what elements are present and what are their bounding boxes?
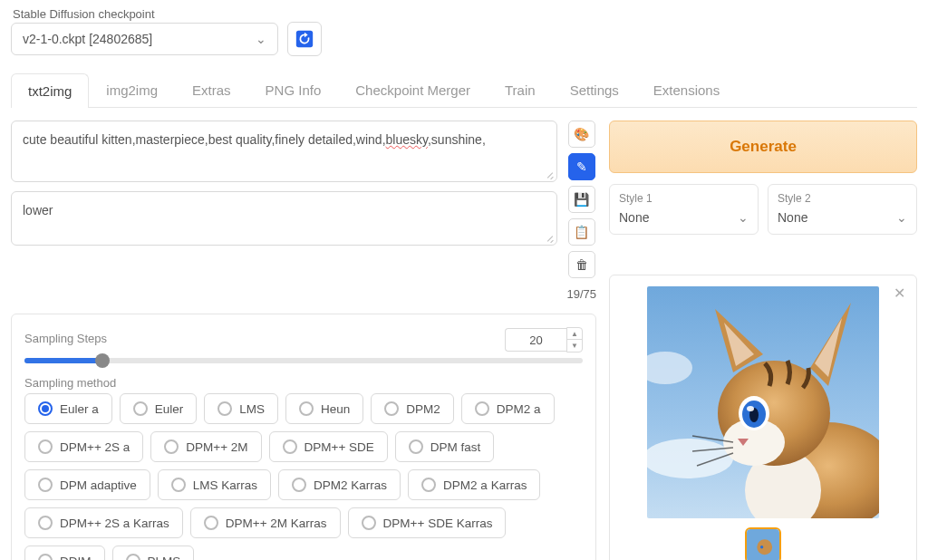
sampler-dpm-sde[interactable]: DPM++ SDE xyxy=(269,431,388,462)
trash-button[interactable]: 🗑 xyxy=(568,251,595,278)
refresh-checkpoint-button[interactable] xyxy=(287,22,322,56)
token-count: 19/75 xyxy=(566,287,596,301)
palette-icon: 🎨 xyxy=(574,127,589,141)
chevron-down-icon: ⌄ xyxy=(896,210,907,225)
radio-circle-icon xyxy=(204,516,218,530)
sampler-dpm-adaptive[interactable]: DPM adaptive xyxy=(24,469,150,500)
generate-button[interactable]: Generate xyxy=(609,121,917,173)
sampler-dpm2-karras[interactable]: DPM2 Karras xyxy=(278,469,401,500)
sampler-dpm2[interactable]: DPM2 xyxy=(371,393,454,424)
sampling-steps-number[interactable]: ▲▼ xyxy=(505,327,583,352)
radio-circle-icon xyxy=(283,439,297,454)
sampler-lms-karras[interactable]: LMS Karras xyxy=(158,469,271,500)
chevron-down-icon: ⌄ xyxy=(256,32,266,46)
sampler-dpm-2m[interactable]: DPM++ 2M xyxy=(150,431,261,462)
radio-circle-icon xyxy=(299,401,314,416)
checkpoint-value: v2-1-0.ckpt [24802685] xyxy=(23,32,152,46)
resize-handle-icon[interactable] xyxy=(544,169,555,179)
radio-circle-icon xyxy=(38,554,53,560)
step-down-icon[interactable]: ▼ xyxy=(567,340,582,352)
svg-point-11 xyxy=(747,406,754,411)
radio-circle-icon xyxy=(38,439,53,454)
radio-circle-icon xyxy=(126,554,140,560)
tab-settings[interactable]: Settings xyxy=(553,72,636,107)
sampler-dpm2-a-karras[interactable]: DPM2 a Karras xyxy=(408,469,540,500)
sampler-euler-a[interactable]: Euler a xyxy=(24,393,112,424)
tab-png-info[interactable]: PNG Info xyxy=(248,72,339,107)
output-image[interactable] xyxy=(647,286,879,518)
sampling-method-label: Sampling method xyxy=(24,376,583,390)
main-tabs: txt2imgimg2imgExtrasPNG InfoCheckpoint M… xyxy=(11,72,917,108)
save-button[interactable]: 💾 xyxy=(568,186,595,213)
radio-circle-icon xyxy=(384,401,399,416)
tab-train[interactable]: Train xyxy=(488,72,553,107)
style-2-select[interactable]: Style 2None⌄ xyxy=(768,184,917,235)
checkpoint-label: Stable Diffusion checkpoint xyxy=(11,7,278,21)
resize-handle-icon[interactable] xyxy=(544,232,555,243)
radio-circle-icon xyxy=(133,401,148,416)
sampler-dpm-2s-a-karras[interactable]: DPM++ 2S a Karras xyxy=(24,507,183,538)
radio-circle-icon xyxy=(475,401,489,416)
tab-extras[interactable]: Extras xyxy=(175,72,248,107)
sampler-plms[interactable]: PLMS xyxy=(112,546,195,560)
radio-circle-icon xyxy=(38,516,53,530)
radio-circle-icon xyxy=(38,478,53,492)
save-icon: 💾 xyxy=(574,192,589,207)
prompt-input[interactable]: cute beautiful kitten,masterpiece,best q… xyxy=(11,121,557,182)
clipboard-button[interactable]: 📋 xyxy=(568,218,595,246)
sampler-lms[interactable]: LMS xyxy=(204,393,278,424)
edit-button[interactable]: ✎ xyxy=(568,153,595,180)
sampler-dpm-2s-a[interactable]: DPM++ 2S a xyxy=(24,431,143,462)
chevron-down-icon: ⌄ xyxy=(738,210,749,225)
output-thumbnail[interactable] xyxy=(745,527,781,560)
trash-icon: 🗑 xyxy=(575,257,588,272)
sampler-ddim[interactable]: DDIM xyxy=(24,546,105,560)
radio-circle-icon xyxy=(218,401,232,416)
sampling-steps-input[interactable] xyxy=(505,328,566,352)
svg-point-16 xyxy=(757,539,772,555)
radio-circle-icon xyxy=(292,478,306,492)
sampler-dpm-2m-karras[interactable]: DPM++ 2M Karras xyxy=(190,507,341,538)
radio-circle-icon xyxy=(164,439,179,454)
negative-prompt-input[interactable]: lower xyxy=(11,191,557,246)
sampling-steps-slider[interactable] xyxy=(24,358,583,363)
tab-txt2img[interactable]: txt2img xyxy=(11,73,89,108)
radio-circle-icon xyxy=(362,516,376,530)
sampler-euler[interactable]: Euler xyxy=(120,393,198,424)
step-up-icon[interactable]: ▲ xyxy=(567,328,582,340)
tab-extensions[interactable]: Extensions xyxy=(636,72,737,107)
radio-circle-icon xyxy=(38,401,53,416)
refresh-icon xyxy=(295,29,314,49)
radio-circle-icon xyxy=(421,478,436,492)
radio-circle-icon xyxy=(171,478,186,492)
tab-img2img[interactable]: img2img xyxy=(89,72,175,107)
style-1-select[interactable]: Style 1None⌄ xyxy=(609,184,759,235)
sampler-dpm-sde-karras[interactable]: DPM++ SDE Karras xyxy=(348,507,507,538)
palette-button[interactable]: 🎨 xyxy=(568,121,595,148)
sampler-heun[interactable]: Heun xyxy=(285,393,363,424)
clipboard-icon: 📋 xyxy=(574,225,589,239)
sampling-steps-label: Sampling Steps xyxy=(24,332,107,345)
svg-point-17 xyxy=(760,546,763,548)
edit-icon: ✎ xyxy=(576,159,587,174)
tab-checkpoint-merger[interactable]: Checkpoint Merger xyxy=(338,72,488,107)
checkpoint-select[interactable]: v2-1-0.ckpt [24802685] ⌄ xyxy=(11,23,278,55)
radio-circle-icon xyxy=(409,439,423,454)
sampler-dpm2-a[interactable]: DPM2 a xyxy=(461,393,555,424)
close-preview-button[interactable]: ✕ xyxy=(894,285,905,302)
sampler-dpm-fast[interactable]: DPM fast xyxy=(395,431,495,462)
